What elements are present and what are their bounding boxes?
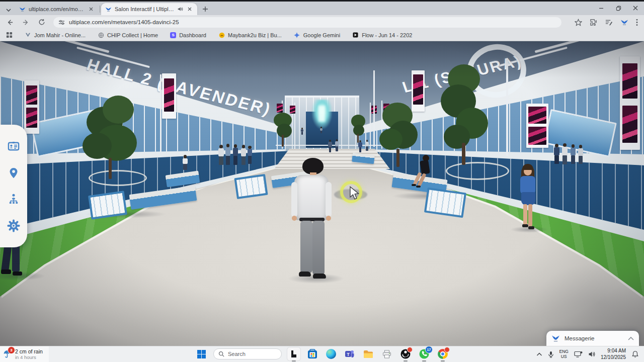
avatar-figure	[240, 145, 247, 165]
avatar-figure	[365, 140, 369, 151]
avatar-figure	[247, 146, 253, 164]
svg-text:T: T	[347, 352, 350, 357]
taskbar-center: Search T 17	[195, 346, 449, 362]
tab-close-icon[interactable]	[186, 6, 193, 13]
avatar-hand	[292, 216, 297, 221]
avatar-leg	[312, 221, 325, 275]
gemini-sparkle-icon	[294, 32, 300, 38]
bookmark-label: Jom Mahir - Online...	[34, 32, 86, 38]
menu-kebab-icon[interactable]	[636, 19, 638, 26]
chrome-icon[interactable]	[436, 347, 449, 360]
file-explorer-icon[interactable]	[362, 347, 375, 360]
apps-grid-icon[interactable]	[6, 32, 13, 38]
messenger-panel[interactable]: Messagerie	[546, 331, 639, 346]
event-banner	[24, 80, 39, 134]
avatar-figure	[232, 144, 238, 165]
avatar-figure	[578, 145, 584, 164]
avatar-sitting-woman	[412, 155, 437, 190]
taskbar-search[interactable]: Search	[213, 348, 282, 359]
tab-salon-interactif[interactable]: Salon Interactif | Ultiplace	[101, 3, 197, 15]
metaverse-3d-viewport[interactable]: HALL 2 (LAVENDER) L 1 (SAKURA)	[0, 41, 644, 346]
minimize-icon[interactable]	[593, 3, 610, 14]
ultiplace-favicon	[105, 7, 112, 12]
lang-bottom: US	[559, 354, 569, 359]
forward-icon[interactable]	[19, 17, 32, 28]
mouse-cursor	[349, 186, 359, 200]
tray-date: 12/10/2025	[601, 354, 626, 361]
start-button[interactable]	[195, 347, 208, 360]
whatsapp-unread-badge: 17	[425, 346, 433, 353]
system-tray: ENG US 9:04 AM 12/10/2025	[536, 346, 644, 362]
tray-time: 9:04 AM	[601, 348, 626, 354]
metaverse-sidebar	[0, 125, 27, 247]
bookmark-flow[interactable]: Flow - Jun 14 - 2202	[352, 32, 412, 38]
avatar-figure	[570, 144, 576, 164]
clock-widget[interactable]: 9:04 AM 12/10/2025	[601, 348, 626, 360]
bookmark-star-icon[interactable]	[575, 19, 582, 26]
microphone-icon[interactable]	[548, 351, 554, 358]
avatar-figure	[218, 145, 224, 165]
chevron-up-icon[interactable]	[628, 336, 634, 340]
url-text[interactable]: ultiplace.com/en/metavers/1405-davinci-2…	[69, 19, 179, 25]
back-icon[interactable]	[3, 17, 16, 28]
tab-audio-icon[interactable]	[177, 6, 183, 12]
microsoft-store-icon[interactable]	[306, 347, 319, 360]
app-l-icon[interactable]	[287, 347, 300, 360]
tab-strip: ultiplace.com/en/mon-espace Salon Intera…	[0, 2, 644, 15]
bookmark-jom-mahir[interactable]: Jom Mahir - Online...	[25, 32, 86, 38]
event-banner	[620, 56, 640, 150]
tab-search-icon[interactable]	[6, 8, 11, 12]
reading-list-icon[interactable]	[605, 19, 613, 26]
tree	[439, 64, 489, 165]
bookmark-label: Google Gemini	[303, 32, 340, 38]
bookmark-label: Maybank2u Biz | Bu...	[228, 32, 282, 38]
ultiplace-extension-icon[interactable]	[620, 19, 628, 26]
event-banner	[526, 104, 548, 148]
chrome-update-dot	[444, 347, 450, 352]
restore-icon[interactable]	[610, 3, 627, 14]
bookmark-maybank2u[interactable]: Maybank2u Biz | Bu...	[218, 32, 282, 38]
whatsapp-icon[interactable]: 17	[418, 347, 431, 360]
edge-browser-icon[interactable]	[325, 347, 338, 360]
reload-icon[interactable]	[35, 17, 48, 28]
stripe-icon: S	[170, 32, 176, 38]
tab-mon-espace[interactable]: ultiplace.com/en/mon-espace	[15, 3, 99, 15]
weather-widget[interactable]: 3 2 cm of rain in 4 hours	[0, 346, 49, 362]
tab-close-icon[interactable]	[88, 6, 95, 13]
obs-studio-icon[interactable]	[399, 347, 412, 360]
tree	[350, 114, 366, 143]
new-tab-icon[interactable]	[202, 6, 208, 12]
teams-icon[interactable]: T	[343, 347, 356, 360]
flow-icon	[352, 32, 359, 38]
avatar-figure	[225, 144, 231, 165]
avatar-shirt	[294, 175, 329, 220]
close-window-icon[interactable]	[627, 3, 644, 14]
printer-icon[interactable]	[380, 347, 393, 360]
language-indicator[interactable]: ENG US	[559, 349, 569, 359]
weather-alert-badge: 3	[8, 346, 15, 354]
address-bar[interactable]: ultiplace.com/en/metavers/1405-davinci-2…	[53, 17, 561, 28]
map-location-icon[interactable]	[4, 163, 24, 183]
maybank-icon	[218, 32, 225, 38]
volume-icon[interactable]	[588, 351, 595, 357]
bookmark-chip-collect[interactable]: CHIP Collect | Home	[98, 32, 158, 38]
settings-gear-icon[interactable]	[4, 216, 24, 236]
avatar-standing-woman	[517, 164, 539, 231]
organization-chart-icon[interactable]	[4, 189, 24, 209]
network-icon[interactable]	[574, 351, 583, 358]
toolbar-right-icons	[575, 19, 644, 26]
bookmark-dashboard[interactable]: S Dashboard	[170, 32, 206, 38]
bookmark-google-gemini[interactable]: Google Gemini	[294, 32, 340, 38]
extensions-puzzle-icon[interactable]	[590, 19, 597, 26]
window-controls	[593, 2, 644, 14]
flag-pole	[160, 74, 162, 153]
notifications-bell-icon[interactable]	[631, 350, 639, 358]
site-info-icon[interactable]	[58, 19, 65, 26]
avatar-shoe	[299, 272, 311, 277]
chip-collect-icon	[98, 32, 104, 38]
event-banner	[162, 73, 176, 119]
tree	[83, 94, 139, 178]
exhibitor-badge-icon[interactable]	[4, 136, 24, 156]
tab-title: Salon Interactif | Ultiplace	[115, 6, 174, 12]
tray-chevron-up-icon[interactable]	[536, 352, 542, 356]
